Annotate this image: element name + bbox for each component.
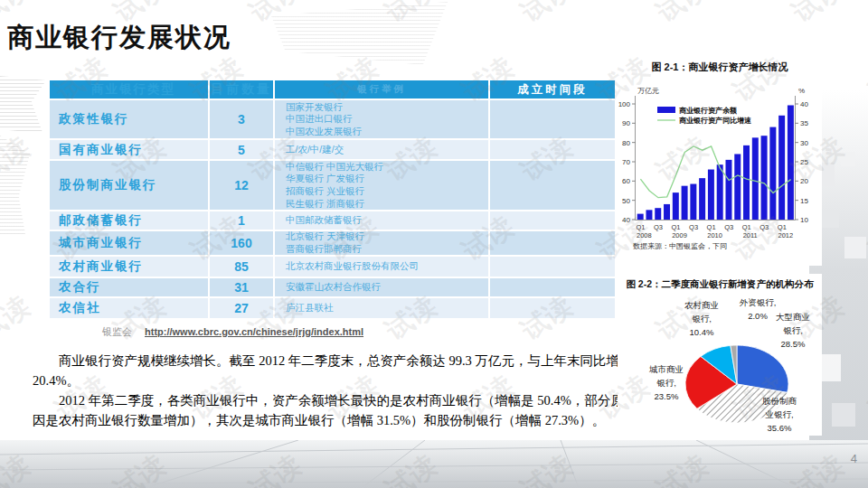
- bank-type-cell: 农信社: [50, 298, 208, 318]
- chart-asset-distribution-panel: 图 2-2：二季度商业银行新增资产的机构分布 大型商业银行,28.5%股份制商业…: [618, 274, 822, 436]
- hatch-decor: [271, 2, 448, 65]
- x-tick-year: 2009: [672, 231, 687, 239]
- growth-line: [640, 146, 790, 198]
- left-axis-tick-label: 90: [622, 119, 630, 127]
- chart-asset-growth-panel: 图 2-1：商业银行资产增长情况 10090807060504040353025…: [618, 56, 822, 266]
- bar: [673, 192, 679, 220]
- bank-type-cell: 政策性银行: [50, 100, 208, 138]
- bank-type-cell: 邮政储蓄银行: [50, 211, 208, 230]
- pie-slice-label: 股份制商业银行,35.6%: [762, 396, 797, 433]
- watermark-text: 试读: [379, 0, 445, 31]
- x-tick-year: 2010: [707, 231, 722, 239]
- x-tick-quarter: Q1: [636, 223, 645, 231]
- bank-examples-cell: 中信银行 中国光大银行 华夏银行 广发银行 招商银行 兴业银行 民生银行 浙商银…: [275, 161, 488, 210]
- bar: [717, 164, 723, 220]
- table-header-row: 商业银行类型 目前数量 银行举例 成立时间段: [50, 80, 615, 99]
- bank-count-cell: 1: [210, 211, 273, 230]
- source-url-link[interactable]: http://www.cbrc.gov.cn/chinese/jrjg/inde…: [145, 326, 363, 337]
- bank-types-table: 商业银行类型 目前数量 银行举例 成立时间段 政策性银行3国家开发银行 中国进出…: [50, 80, 615, 318]
- source-label: 银监会: [102, 326, 132, 337]
- table-row: 农村商业银行85北京农村商业银行股份有限公司: [50, 257, 615, 277]
- floor-decor: [0, 440, 868, 488]
- left-axis-tick-label: 100: [618, 100, 631, 108]
- pie-slice-label: 城市商业银行,23.5%: [648, 364, 684, 401]
- worldmap-hatch-decor: [0, 136, 42, 237]
- page-title: 商业银行发展状况: [7, 20, 231, 56]
- right-axis-tick-label: 20: [800, 177, 808, 185]
- establish-period-cell: [490, 298, 615, 318]
- bar: [708, 170, 714, 220]
- x-tick-quarter: Q1: [671, 223, 680, 231]
- legend-line-label: 商业银行资产同比增速: [679, 116, 751, 125]
- right-axis-tick-label: 25: [800, 158, 808, 166]
- right-axis-tick-label: 10: [800, 216, 808, 224]
- bar: [690, 184, 696, 220]
- bank-examples-cell: 工/农/中/建/交: [275, 140, 488, 159]
- header-bank-type: 商业银行类型: [50, 80, 208, 99]
- bar: [788, 105, 794, 220]
- legend-bar-label: 商业银行资产余额: [679, 106, 737, 115]
- bank-count-cell: 27: [210, 298, 273, 318]
- bar: [655, 208, 661, 220]
- legend-bar-swatch: [657, 107, 675, 113]
- watermark-text: 试读: [0, 288, 37, 350]
- header-count: 目前数量: [210, 80, 273, 99]
- x-tick-quarter: Q1: [742, 223, 751, 231]
- establish-period-cell: [490, 257, 615, 277]
- paragraph-1: 商业银行资产规模继续增长。截至 2012 年二季度末，总资产余额达 99.3 万…: [33, 351, 635, 390]
- bank-type-cell: 农村商业银行: [50, 257, 208, 277]
- bank-count-cell: 31: [210, 278, 273, 296]
- establish-period-cell: [490, 100, 615, 138]
- watermark-text: 试读: [0, 129, 37, 191]
- right-axis-tick-label: 15: [800, 197, 808, 205]
- left-axis-tick-label: 60: [622, 177, 630, 185]
- header-examples: 银行举例: [275, 80, 488, 99]
- right-axis-tick-label: 40: [800, 100, 808, 108]
- bar: [646, 210, 652, 220]
- establish-period-cell: [490, 161, 615, 210]
- establish-period-cell: [490, 231, 615, 255]
- bank-count-cell: 3: [210, 100, 273, 138]
- bank-examples-cell: 中国邮政储蓄银行: [275, 211, 488, 230]
- bar: [734, 154, 741, 220]
- x-tick-quarter: Q1: [778, 223, 787, 231]
- bar: [664, 204, 670, 220]
- bank-type-cell: 国有商业银行: [50, 140, 208, 159]
- bank-examples-cell: 北京农村商业银行股份有限公司: [275, 257, 488, 277]
- bar: [778, 116, 785, 220]
- left-axis-unit: 万亿元: [637, 87, 659, 95]
- chart1-footnote: 数据来源：中国银监会，下同: [633, 241, 727, 251]
- left-axis-tick-label: 40: [622, 216, 630, 224]
- bar: [752, 137, 759, 220]
- right-axis-unit: %: [798, 87, 805, 95]
- bar: [637, 214, 644, 220]
- header-period: 成立时间段: [490, 80, 615, 99]
- left-axis-tick-label: 50: [622, 197, 630, 205]
- x-tick-year: 2011: [743, 231, 758, 239]
- right-axis-tick-label: 35: [800, 119, 808, 127]
- table-row: 国有商业银行5工/农/中/建/交: [50, 140, 615, 159]
- body-text: 商业银行资产规模继续增长。截至 2012 年二季度末，总资产余额达 99.3 万…: [33, 351, 635, 430]
- asset-growth-svg: 10090807060504040353025201510万亿元%商业银行资产余…: [618, 56, 822, 266]
- worldmap-hatch-decor: [0, 76, 52, 134]
- x-tick-year: 2008: [637, 231, 652, 239]
- establish-period-cell: [490, 278, 615, 296]
- x-tick-quarter: Q3: [654, 223, 663, 231]
- watermark-text: 试读: [243, 0, 309, 31]
- bank-type-cell: 城市商业银行: [50, 231, 208, 255]
- x-tick-quarter: Q3: [689, 223, 698, 231]
- slide: 商业银行发展状况 商业银行类型 目前数量 银行举例 成立时间段 政策性银行3国家…: [0, 0, 868, 488]
- table-row: 城市商业银行160北京银行 天津银行 晋商银行邯郸商行: [50, 231, 615, 255]
- left-axis-tick-label: 70: [622, 158, 630, 166]
- bank-count-cell: 12: [210, 161, 273, 210]
- bar: [699, 178, 705, 220]
- bar: [761, 136, 768, 220]
- right-axis-tick-label: 30: [800, 139, 808, 147]
- bank-examples-cell: 国家开发银行 中国进出口银行 中国农业发展银行: [275, 100, 488, 138]
- bar: [769, 127, 776, 220]
- table-row: 邮政储蓄银行1中国邮政储蓄银行: [50, 211, 615, 230]
- pie-slice-label: 农村商业银行,10.4%: [684, 300, 719, 337]
- page-number: 4: [851, 452, 857, 465]
- x-tick-quarter: Q3: [760, 223, 769, 231]
- bank-count-cell: 160: [210, 231, 273, 255]
